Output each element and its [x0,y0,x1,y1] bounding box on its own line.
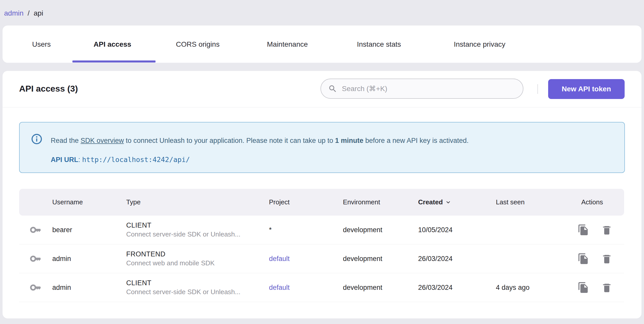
column-header-environment[interactable]: Environment [343,198,418,206]
column-header-last-seen[interactable]: Last seen [496,198,574,206]
delete-token-button[interactable] [600,252,613,265]
active-tab-indicator [72,60,156,63]
breadcrumb-admin[interactable]: admin [4,9,23,17]
key-icon [19,281,52,294]
column-header-created-label: Created [418,198,443,206]
breadcrumb-api: api [34,9,43,17]
trash-icon [601,224,612,235]
table-row: admin CLIENT Connect server-side SDK or … [19,273,624,302]
delete-token-button[interactable] [600,223,613,236]
actions-cell [574,281,624,294]
tab-maintenance[interactable]: Maintenance [267,40,308,49]
token-type-description: Connect server-side SDK or Unleash... [126,288,269,296]
environment-cell: development [343,226,418,234]
search-icon [328,84,337,93]
column-header-project[interactable]: Project [269,198,343,206]
environment-cell: development [343,255,418,263]
key-icon [19,253,52,265]
chevron-down-icon [445,200,451,205]
new-api-token-button[interactable]: New API token [548,79,625,99]
breadcrumb-separator: / [28,9,30,17]
column-header-username[interactable]: Username [52,198,126,206]
token-type: CLIENT [126,279,269,287]
search-box[interactable] [320,79,523,99]
breadcrumb: admin / api [4,9,43,17]
search-input[interactable] [342,85,516,93]
token-type: FRONTEND [126,250,269,258]
column-header-created[interactable]: Created [418,198,496,206]
copy-icon [577,253,589,265]
info-icon [31,133,43,146]
banner-text-suffix: before a new API key is activated. [363,137,469,144]
tab-instance-privacy[interactable]: Instance privacy [454,40,505,49]
table-header-row: Username Type Project Environment Create… [19,189,624,216]
project-cell-value[interactable]: default [269,284,343,292]
api-url-line: API URL: http://localhost:4242/api/ [51,156,190,164]
username-cell: admin [52,255,126,263]
column-header-type[interactable]: Type [126,198,269,206]
created-cell: 10/05/2024 [418,226,496,234]
type-cell: FRONTEND Connect web and mobile SDK [126,250,269,267]
table-row: bearer CLIENT Connect server-side SDK or… [19,216,624,244]
actions-cell [574,252,624,265]
copy-token-button[interactable] [577,252,590,265]
copy-icon [577,282,589,293]
username-cell: admin [52,284,126,292]
table-row: admin FRONTEND Connect web and mobile SD… [19,244,624,273]
tab-instance-stats[interactable]: Instance stats [357,40,401,49]
api-url-colon: : [78,156,82,164]
tab-cors-origins[interactable]: CORS origins [176,40,220,49]
username-cell: bearer [52,226,126,234]
type-cell: CLIENT Connect server-side SDK or Unleas… [126,221,269,238]
actions-cell [574,223,624,236]
trash-icon [601,282,612,293]
column-header-actions: Actions [574,198,624,206]
project-cell-value[interactable]: default [269,255,343,263]
delete-token-button[interactable] [600,281,613,294]
api-tokens-table: Username Type Project Environment Create… [19,189,624,302]
api-url-value: http://localhost:4242/api/ [82,156,190,164]
table-body: bearer CLIENT Connect server-side SDK or… [19,216,624,302]
token-type-description: Connect server-side SDK or Unleash... [126,230,269,238]
project-cell-value: * [269,226,343,234]
token-type-description: Connect web and mobile SDK [126,259,269,267]
last-seen-cell: 4 days ago [496,284,574,292]
token-type: CLIENT [126,221,269,229]
tab-api-access[interactable]: API access [94,40,131,49]
api-access-panel: API access (3) New API token Read the SD… [3,71,641,318]
banner-bold-text: 1 minute [335,137,363,144]
trash-icon [601,253,612,264]
api-url-label: API URL [51,156,78,164]
copy-icon [577,224,589,236]
page-title: API access (3) [19,84,78,94]
header-divider [3,107,641,107]
sdk-overview-link[interactable]: SDK overview [81,137,124,144]
copy-token-button[interactable] [577,281,590,294]
created-cell: 26/03/2024 [418,284,496,292]
tab-users[interactable]: Users [32,40,51,49]
environment-cell: development [343,284,418,292]
created-cell: 26/03/2024 [418,255,496,263]
key-icon [19,224,52,236]
info-banner: Read the SDK overview to connect Unleash… [19,122,625,173]
header-vertical-divider [537,84,538,94]
banner-text-prefix: Read the [51,137,81,144]
copy-token-button[interactable] [577,223,590,236]
tab-bar: Users API access CORS origins Maintenanc… [3,26,641,63]
banner-message: Read the SDK overview to connect Unleash… [51,136,469,145]
type-cell: CLIENT Connect server-side SDK or Unleas… [126,279,269,296]
banner-text-mid: to connect Unleash to your application. … [124,137,335,144]
